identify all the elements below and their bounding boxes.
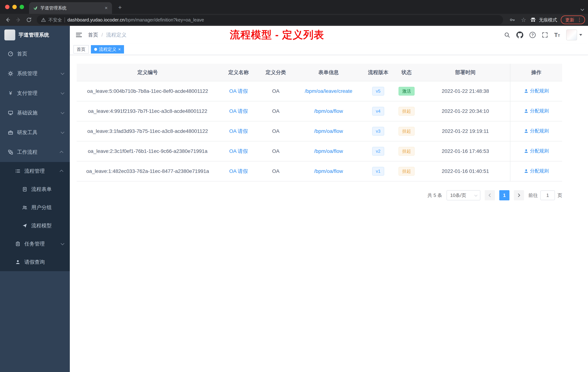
definition-name-link[interactable]: OA 请假 [229, 168, 248, 174]
definition-name-link[interactable]: OA 请假 [229, 88, 248, 94]
new-tab-button[interactable]: + [115, 2, 125, 12]
sidebar-item-home[interactable]: 首页 [0, 44, 70, 64]
form-info-link[interactable]: /bpm/oa/flow [314, 108, 343, 114]
browser-tabstrip: 芋道管理系统 × + [0, 0, 588, 14]
table-body: oa_leave:5:004b710b-7b8a-11ec-8ef0-acde4… [77, 81, 562, 181]
browser-toolbar: 不安全 dashboard.yudao.iocoder.cn/bpm/manag… [0, 14, 588, 26]
tab-favicon [33, 5, 38, 11]
version-tag: v3 [372, 127, 384, 136]
browser-tab[interactable]: 芋道管理系统 × [29, 2, 112, 14]
assign-rule-link[interactable]: 分配规则 [524, 128, 549, 134]
form-info-link[interactable]: /bpm/oa/flow [314, 128, 343, 134]
form-info-link[interactable]: /bpm/oa/flow [314, 148, 343, 154]
definition-id: oa_leave:1:482ec033-762a-11ec-8477-a2380… [77, 161, 219, 181]
close-window-button[interactable] [5, 5, 10, 9]
assign-rule-link[interactable]: 分配规则 [524, 168, 549, 174]
tab-title: 芋道管理系统 [40, 5, 101, 11]
definition-category: OA [259, 101, 293, 121]
assign-rule-link[interactable]: 分配规则 [524, 108, 549, 114]
definition-name-link[interactable]: OA 请假 [229, 108, 248, 114]
form-info-link[interactable]: /bpm/oa/leave/create [305, 88, 352, 94]
update-label: 更新 [565, 17, 574, 23]
deploy-time: 2022-01-16 01:40:51 [421, 161, 510, 181]
search-icon[interactable] [504, 32, 510, 38]
incognito-icon [530, 17, 536, 23]
tab-close-icon[interactable]: × [103, 5, 109, 11]
chevron-down-icon [61, 241, 64, 245]
sidebar-item-payment[interactable]: ¥ 支付管理 [0, 83, 70, 103]
definition-name-link[interactable]: OA 请假 [229, 148, 248, 154]
definition-name-link[interactable]: OA 请假 [229, 128, 248, 134]
font-size-icon[interactable]: TT [554, 32, 560, 38]
assign-rule-link[interactable]: 分配规则 [524, 148, 549, 154]
chevron-down-icon [61, 110, 64, 114]
bookmark-star-icon[interactable]: ☆ [521, 17, 526, 23]
address-bar[interactable]: 不安全 dashboard.yudao.iocoder.cn/bpm/manag… [37, 15, 503, 25]
menu-dots-icon[interactable]: ⋮ [577, 17, 582, 22]
assign-rule-link[interactable]: 分配规则 [524, 88, 549, 94]
sidebar-item-leave-query[interactable]: 请假查询 [0, 253, 70, 271]
form-info-link[interactable]: /bpm/oa/flow [314, 168, 343, 174]
deploy-time: 2022-01-22 19:19:11 [421, 121, 510, 141]
next-page-button[interactable] [514, 190, 524, 200]
url-text[interactable]: dashboard.yudao.iocoder.cn/bpm/manager/d… [67, 17, 204, 22]
fullscreen-icon[interactable] [542, 32, 548, 38]
sidebar-item-process-model[interactable]: 流程模型 [0, 217, 70, 235]
sidebar-item-task-management[interactable]: 任务管理 [0, 235, 70, 253]
breadcrumb: 首页 / 流程定义 [88, 32, 126, 38]
goto-page-input[interactable] [540, 190, 555, 200]
definition-category: OA [259, 141, 293, 161]
security-label[interactable]: 不安全 [48, 17, 62, 23]
page-size-select[interactable]: 10条/页 [447, 190, 480, 200]
help-icon[interactable]: ? [529, 32, 536, 38]
table-row: oa_leave:1:482ec033-762a-11ec-8477-a2380… [77, 161, 562, 181]
breadcrumb-current: 流程定义 [106, 32, 126, 38]
sidebar-item-infrastructure[interactable]: 基础设施 [0, 103, 70, 123]
users-icon [22, 205, 28, 210]
tag-process-definition[interactable]: 流程定义 × [91, 45, 124, 54]
page-number-1[interactable]: 1 [499, 190, 509, 200]
status-tag: 挂起 [399, 127, 415, 136]
caret-down-icon [579, 34, 582, 36]
sidebar-item-process-management[interactable]: 流程管理 [0, 162, 70, 180]
sidebar-item-devtools[interactable]: 研发工具 [0, 123, 70, 142]
maximize-window-button[interactable] [20, 5, 24, 9]
minimize-window-button[interactable] [12, 5, 17, 9]
sidebar-item-process-form[interactable]: 流程表单 [0, 180, 70, 198]
avatar[interactable] [566, 30, 577, 40]
url-path: /bpm/manager/definition?key=oa_leave [125, 17, 204, 22]
breadcrumb-home[interactable]: 首页 [88, 32, 98, 38]
prev-page-button[interactable] [485, 190, 495, 200]
sidebar-collapse-icon[interactable] [70, 26, 88, 44]
table-row: oa_leave:5:004b710b-7b8a-11ec-8ef0-acde4… [77, 81, 562, 101]
user-menu[interactable] [566, 30, 582, 40]
window-controls[interactable] [0, 0, 29, 14]
list-icon [15, 168, 21, 174]
password-key-icon[interactable] [507, 15, 517, 25]
github-icon[interactable] [516, 32, 523, 38]
col-process-version: 流程版本 [364, 64, 392, 81]
definition-id: oa_leave:2:3c1f0ef1-76b1-11ec-9c66-a2380… [77, 141, 219, 161]
deploy-time: 2022-01-22 21:48:38 [421, 81, 510, 101]
browser-update-button[interactable]: 更新 ⋮ [561, 15, 585, 24]
status-tag: 激活 [399, 87, 415, 96]
page-content: 定义编号 定义名称 定义分类 表单信息 流程版本 状态 部署时间 操作 oa_l… [70, 55, 588, 372]
sidebar-item-user-group[interactable]: 用户分组 [0, 198, 70, 217]
active-dot [94, 48, 97, 51]
document-icon [22, 186, 28, 192]
tab-search-chevron-icon[interactable] [581, 5, 584, 12]
tag-close-icon[interactable]: × [118, 47, 121, 52]
definition-id: oa_leave:4:991f2193-7b7f-11ec-a3c8-acde4… [77, 101, 219, 121]
tag-home[interactable]: 首页 [74, 45, 89, 54]
sidebar-item-workflow[interactable]: 工作流程 [0, 142, 70, 162]
status-tag: 挂起 [399, 147, 415, 156]
reload-icon[interactable] [24, 15, 34, 25]
app-title: 芋道管理系统 [19, 32, 49, 38]
sidebar-item-system[interactable]: 系统管理 [0, 64, 70, 83]
monitor-icon [8, 110, 13, 116]
person-icon [15, 259, 21, 265]
forward-icon[interactable] [13, 15, 23, 25]
back-icon[interactable] [3, 15, 13, 25]
col-form-info: 表单信息 [293, 64, 364, 81]
chevron-down-icon [61, 130, 64, 134]
